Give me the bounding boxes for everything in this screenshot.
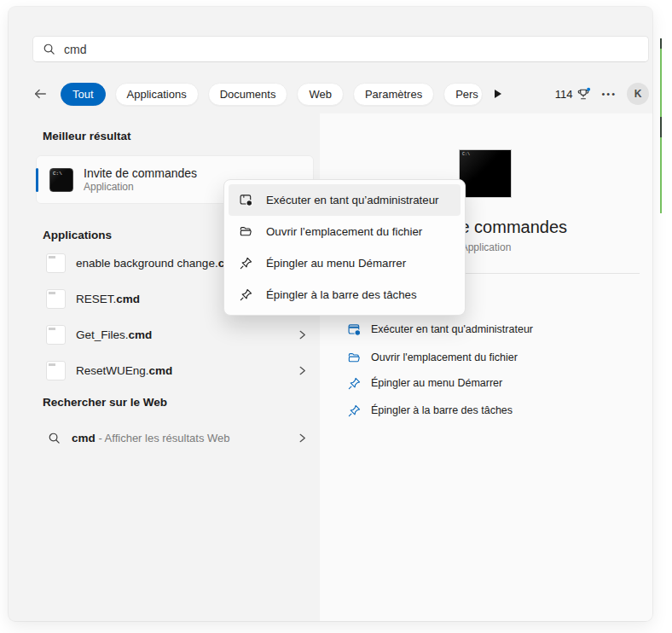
cmd-app-icon: C:\ bbox=[49, 168, 73, 192]
best-match-title: Invite de commandes bbox=[84, 166, 197, 181]
tab-personnes[interactable]: Pers bbox=[443, 83, 483, 106]
menu-item-run-as-admin[interactable]: Exécuter en tant qu’administrateur bbox=[229, 184, 461, 216]
app-result-row[interactable]: ResetWUEng.cmd bbox=[36, 355, 314, 386]
action-label: Épingler à la barre des tâches bbox=[371, 404, 513, 416]
best-match-heading: Meilleur résultat bbox=[43, 130, 131, 142]
action-label: Ouvrir l'emplacement du fichier bbox=[371, 351, 518, 363]
file-name: RESET.cmd bbox=[76, 293, 140, 305]
web-search-text: cmd - Afficher les résultats Web bbox=[72, 432, 230, 444]
filter-tabs-row: Tout Applications Documents Web Paramètr… bbox=[32, 80, 649, 107]
rewards-counter[interactable]: 114 bbox=[555, 87, 592, 102]
run-as-admin-icon bbox=[347, 322, 362, 337]
tab-applications[interactable]: Applications bbox=[115, 83, 199, 106]
rewards-points: 114 bbox=[555, 88, 573, 101]
tab-documents[interactable]: Documents bbox=[208, 83, 288, 106]
topbar-right-group: 114 ••• K bbox=[555, 83, 649, 105]
app-result-row[interactable]: Get_Files.cmd bbox=[36, 319, 314, 350]
preview-prompt: C:\ bbox=[462, 152, 470, 157]
pin-icon bbox=[239, 256, 253, 270]
run-as-admin-icon bbox=[239, 193, 253, 207]
tab-tout[interactable]: Tout bbox=[61, 83, 106, 106]
file-name: enable background change.cmd bbox=[76, 257, 241, 270]
pin-icon bbox=[347, 404, 362, 418]
folder-open-icon bbox=[347, 351, 362, 365]
menu-item-label: Épingler à la barre des tâches bbox=[266, 288, 417, 301]
pin-icon bbox=[239, 287, 253, 302]
back-button[interactable] bbox=[32, 86, 48, 102]
menu-item-label: Épingler au menu Démarrer bbox=[266, 257, 406, 270]
menu-item-open-file-location[interactable]: Ouvrir l’emplacement du fichier bbox=[229, 216, 461, 247]
cmd-file-icon bbox=[46, 253, 66, 273]
chevron-right-icon[interactable] bbox=[298, 365, 307, 376]
avatar[interactable]: K bbox=[627, 83, 649, 105]
pin-icon bbox=[347, 376, 362, 391]
cmd-file-icon bbox=[46, 289, 66, 309]
best-match-text: Invite de commandes Application bbox=[84, 166, 197, 194]
folder-open-icon bbox=[239, 224, 253, 239]
cmd-file-icon bbox=[46, 361, 66, 380]
app-preview-image: C:\ bbox=[459, 149, 512, 198]
action-open-file-location[interactable]: Ouvrir l'emplacement du fichier bbox=[347, 347, 518, 368]
tab-web[interactable]: Web bbox=[297, 83, 344, 106]
tabs-scroll-right-icon[interactable] bbox=[494, 89, 502, 99]
context-menu: Exécuter en tant qu’administrateur Ouvri… bbox=[223, 179, 466, 316]
menu-item-pin-start[interactable]: Épingler au menu Démarrer bbox=[229, 247, 461, 279]
web-search-icon bbox=[48, 432, 61, 444]
menu-item-pin-taskbar[interactable]: Épingler à la barre des tâches bbox=[229, 279, 461, 311]
action-run-as-admin[interactable]: Exécuter en tant qu'administrateur bbox=[347, 319, 533, 340]
rewards-trophy-icon bbox=[576, 87, 591, 102]
search-window: Tout Applications Documents Web Paramètr… bbox=[9, 7, 652, 621]
chevron-right-icon[interactable] bbox=[298, 329, 307, 340]
file-name: Get_Files.cmd bbox=[76, 328, 152, 341]
tab-parametres[interactable]: Paramètres bbox=[353, 83, 434, 106]
file-name: ResetWUEng.cmd bbox=[76, 364, 172, 377]
web-search-row[interactable]: cmd - Afficher les résultats Web bbox=[36, 422, 314, 453]
action-pin-taskbar[interactable]: Épingler à la barre des tâches bbox=[347, 400, 513, 421]
menu-item-label: Ouvrir l’emplacement du fichier bbox=[266, 225, 422, 238]
selection-accent-bar bbox=[36, 168, 38, 192]
action-label: Exécuter en tant qu'administrateur bbox=[371, 323, 533, 335]
applications-heading: Applications bbox=[43, 229, 112, 241]
search-icon bbox=[43, 43, 55, 55]
chevron-right-icon[interactable] bbox=[298, 433, 307, 444]
cmd-file-icon bbox=[46, 325, 66, 345]
cmd-icon-text: C:\ bbox=[53, 171, 62, 177]
best-match-subtitle: Application bbox=[84, 181, 197, 194]
web-search-heading: Rechercher sur le Web bbox=[43, 396, 167, 409]
more-options-button[interactable]: ••• bbox=[601, 89, 617, 99]
menu-item-label: Exécuter en tant qu’administrateur bbox=[266, 194, 439, 206]
search-box[interactable] bbox=[32, 36, 649, 62]
action-label: Épingler au menu Démarrer bbox=[371, 377, 502, 389]
action-pin-start[interactable]: Épingler au menu Démarrer bbox=[347, 373, 502, 393]
search-input[interactable] bbox=[64, 43, 639, 56]
background-window-edge bbox=[660, 38, 662, 213]
